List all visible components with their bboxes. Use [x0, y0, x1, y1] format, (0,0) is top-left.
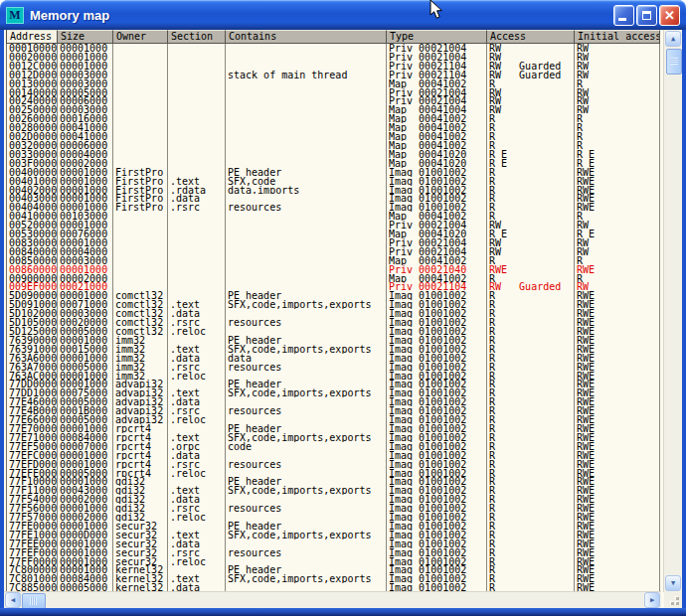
resize-grip[interactable] [664, 592, 682, 608]
scroll-right-button[interactable]: ▶ [644, 592, 660, 608]
cell-type: Imag 01001002 [387, 548, 487, 557]
titlebar[interactable]: M Memory map ✕ [0, 0, 686, 30]
table-row[interactable]: 5D10200000003000comctl32.dataImag 010010… [7, 309, 660, 318]
table-row[interactable]: 0014000000005000Priv 00021004RWRW [7, 88, 660, 97]
table-row[interactable]: 77E4600000005000advapi32.dataImag 010010… [7, 397, 660, 406]
table-row[interactable]: 7C80100000084000kernel32.textSFX,code,im… [7, 574, 660, 583]
cell-type: Priv 00021004 [387, 221, 487, 230]
table-row[interactable]: 77EF500000007000rpcrt4.orpccodeImag 0100… [7, 442, 660, 451]
table-row[interactable]: 77E4B0000001B000advapi32.rsrcresourcesIm… [7, 406, 660, 415]
table-row[interactable]: 0090000000002000Map 00041002RR [7, 274, 660, 283]
table-row[interactable]: 77EFD00000001000rpcrt4.rsrcresourcesImag… [7, 460, 660, 469]
cell-section: .rsrc [168, 504, 226, 513]
cell-type: Map 00041020 [387, 159, 487, 168]
table-row[interactable]: 0053000000076000Map 00041020R ER E [7, 230, 660, 238]
table-row[interactable]: 0012D00000003000stack of main threadPriv… [7, 71, 660, 79]
table-row[interactable]: 0001000000001000Priv 00021004RWRW [7, 44, 660, 53]
cell-initial_access: R E [575, 150, 660, 159]
scroll-down-button[interactable]: ▼ [665, 575, 681, 591]
table-row[interactable]: 0041000000103000Map 00041002RR [7, 212, 660, 221]
table-row[interactable]: 5D10500000020000comctl32.rsrcresourcesIm… [7, 318, 660, 327]
table-row[interactable]: 763A600000001000imm32.datadataImag 01001… [7, 354, 660, 363]
table-row[interactable]: 0024000000006000Priv 00021004RWRW [7, 96, 660, 105]
table-row[interactable]: 77F5400000002000gdi32.dataImag 01001002R… [7, 495, 660, 504]
table-row[interactable]: 77FEE00000001000secur32.dataImag 0100100… [7, 539, 660, 548]
table-row[interactable]: 0025000000003000Map 00041004RWRW [7, 105, 660, 114]
maximize-button[interactable] [636, 5, 657, 26]
table-row[interactable]: 77DD100000075000advapi32.textSFX,code,im… [7, 388, 660, 397]
cell-section: .text [168, 574, 226, 583]
table-row[interactable]: 77E7000000001000rpcrt4PE headerImag 0100… [7, 424, 660, 433]
table-row[interactable]: 0028000000041000Map 00041002RR [7, 123, 660, 132]
horizontal-scrollbar[interactable]: ◀ ▶ [4, 591, 661, 608]
table-row[interactable]: 0040200000001000FirstPro.rdatadata,impor… [7, 186, 660, 195]
table-row[interactable]: 77FF000000001000secur32.relocImag 010010… [7, 557, 660, 566]
vertical-scrollbar[interactable]: ▲ ▼ [663, 30, 682, 592]
table-row[interactable]: 0033000000004000Map 00041020R ER E [7, 150, 660, 159]
table-row[interactable]: 009EF00000021000Priv 00021104RW GuardedR… [7, 282, 660, 291]
close-button[interactable]: ✕ [659, 5, 680, 26]
table-row[interactable]: 0026000000016000Map 00041002RR [7, 114, 660, 123]
cell-contains [226, 397, 387, 406]
cell-type: Map 00041004 [387, 105, 487, 114]
table-row[interactable]: 5D09100000071000comctl32.textSFX,code,im… [7, 300, 660, 309]
table-row[interactable]: 0086000000001000Priv 00021040RWERWE [7, 265, 660, 274]
cell-initial_access: RW [575, 221, 660, 230]
maximize-icon [642, 11, 651, 20]
table-row[interactable]: 7639000000001000imm32PE headerImag 01001… [7, 336, 660, 345]
table-row[interactable]: 7639100000015000imm32.textSFX,code,impor… [7, 345, 660, 354]
table-row[interactable]: 0040400000001000FirstPro.rsrcresourcesIm… [7, 203, 660, 212]
cell-type: Map 00041002 [387, 114, 487, 123]
table-row[interactable]: 77F1000000001000gdi32PE headerImag 01001… [7, 477, 660, 486]
cell-address: 00130000 [7, 79, 58, 88]
scroll-left-button[interactable]: ◀ [5, 592, 21, 608]
column-header-initial_access[interactable]: Initial access [575, 30, 660, 44]
column-header-size[interactable]: Size [58, 30, 113, 44]
cell-type: Imag 01001002 [387, 557, 487, 566]
table-row[interactable]: 7C80000000001000kernel32PE headerImag 01… [7, 565, 660, 574]
table-row[interactable]: 003F000000002000Map 00041020R ER E [7, 159, 660, 168]
table-row[interactable]: 5D12500000005000comctl32.relocImag 01001… [7, 327, 660, 336]
cell-section: .data [168, 539, 226, 548]
cell-contains: PE header [226, 380, 387, 388]
horizontal-scroll-thumb[interactable] [22, 593, 46, 608]
table-row[interactable]: 77F5700000002000gdi32.relocImag 01001002… [7, 513, 660, 522]
column-header-type[interactable]: Type [387, 30, 487, 44]
table-row[interactable]: 77EFC00000001000rpcrt4.dataImag 01001002… [7, 451, 660, 460]
column-header-address[interactable]: Address [7, 30, 58, 44]
table-row[interactable]: 77FEF00000001000secur32.rsrcresourcesIma… [7, 548, 660, 557]
scroll-up-button[interactable]: ▲ [665, 31, 681, 47]
column-header-section[interactable]: Section [168, 30, 226, 44]
column-header-access[interactable]: Access [487, 30, 575, 44]
table-row[interactable]: 0040300000001000FirstPro.dataImag 010010… [7, 194, 660, 203]
table-row[interactable]: 77EFE00000005000rpcrt4.relocImag 0100100… [7, 469, 660, 478]
vertical-scroll-thumb[interactable] [666, 49, 682, 75]
table-row[interactable]: 77F1100000043000gdi32.textSFX,code,impor… [7, 486, 660, 495]
cell-access: R [487, 397, 575, 406]
table-row[interactable]: 77E7100000084000rpcrt4.textSFX,code,impo… [7, 433, 660, 442]
cell-size: 0001B000 [58, 406, 113, 415]
cell-type: Imag 01001002 [387, 522, 487, 531]
table-row[interactable]: 77F5600000001000gdi32.rsrcresourcesImag … [7, 504, 660, 513]
table-row[interactable]: 763A700000005000imm32.rsrcresourcesImag … [7, 363, 660, 372]
table-row[interactable]: 0052000000001000Priv 00021004RWRW [7, 221, 660, 230]
table-row[interactable]: 77DD000000001000advapi32PE headerImag 01… [7, 380, 660, 388]
table-row[interactable]: 77E6600000005000advapi32.relocImag 01001… [7, 415, 660, 424]
table-row[interactable]: 0040000000001000FirstProPE headerImag 01… [7, 168, 660, 177]
table-row[interactable]: 0040100000001000FirstPro.textSFX,codeIma… [7, 177, 660, 186]
table-row[interactable]: 77FE000000001000secur32PE headerImag 010… [7, 522, 660, 531]
table-row[interactable]: 77FE10000000D000secur32.textSFX,code,imp… [7, 531, 660, 539]
table-row[interactable]: 5D09000000001000comctl32PE headerImag 01… [7, 291, 660, 300]
column-header-contains[interactable]: Contains [226, 30, 387, 44]
minimize-button[interactable] [613, 5, 634, 26]
table-row[interactable]: 763AC00000001000imm32.relocImag 01001002… [7, 372, 660, 381]
table-row[interactable]: 002D000000041000Map 00041002RR [7, 132, 660, 141]
column-header-owner[interactable]: Owner [113, 30, 168, 44]
table-row[interactable]: 0032000000006000Map 00041002RR [7, 141, 660, 150]
table-row[interactable]: 0083000000001000Priv 00021004RWRW [7, 238, 660, 247]
table-row[interactable]: 0012C00000001000Priv 00021104RW GuardedR… [7, 62, 660, 71]
table-row[interactable]: 0002000000001000Priv 00021004RWRW [7, 53, 660, 62]
table-row[interactable]: 0013000000003000Map 00041002RR [7, 79, 660, 88]
table-row[interactable]: 0084000000004000Priv 00021004RWRW [7, 247, 660, 256]
table-row[interactable]: 0085000000003000Map 00041002RR [7, 256, 660, 265]
